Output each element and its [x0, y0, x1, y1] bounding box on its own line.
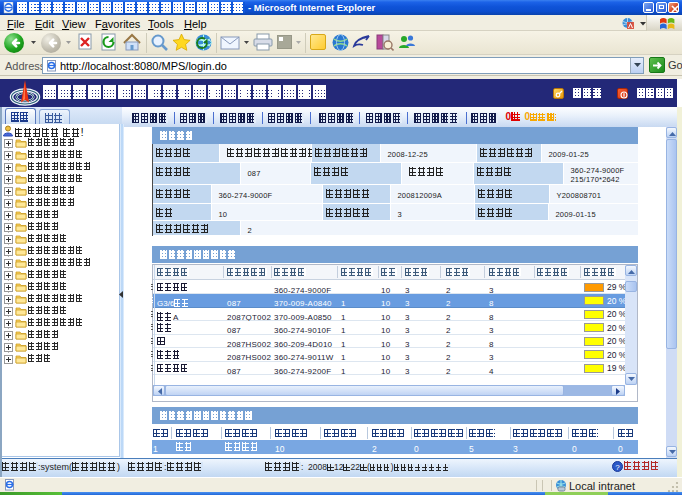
svg-text:?: ? [615, 463, 620, 472]
